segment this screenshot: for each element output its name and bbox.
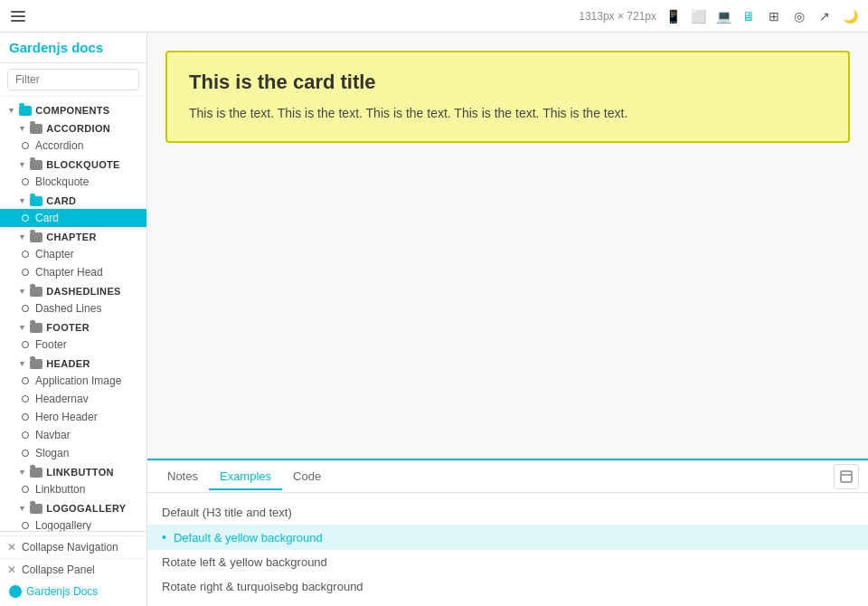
group-blockquote: ▼ BLOCKQUOTE Blockquote (0, 156, 146, 191)
section-components-header[interactable]: ▼ COMPONENTS (0, 102, 146, 118)
nav-item-footer[interactable]: Footer (0, 336, 146, 354)
chevron-dashedlines: ▼ (18, 287, 26, 296)
group-header-header[interactable]: ▼ HEADER (0, 355, 146, 372)
group-linkbutton-header[interactable]: ▼ LINKBUTTON (0, 464, 146, 480)
share-icon[interactable]: ◎ (790, 7, 808, 25)
nav-item-chapter-label: Chapter (35, 248, 74, 260)
laptop-icon[interactable]: 💻 (714, 7, 732, 25)
item-dot-dashed-lines (20, 303, 31, 314)
nav-item-accordion[interactable]: Accordion (0, 137, 146, 155)
accordion-folder-icon (30, 124, 42, 134)
chevron-logogallery: ▼ (18, 504, 26, 513)
tab-code[interactable]: Code (282, 464, 332, 490)
collapse-nav-button[interactable]: ✕ Collapse Navigation (0, 535, 146, 558)
item-dot-chapter-head (20, 267, 31, 278)
item-dot-accordion (20, 140, 31, 151)
filter-input[interactable] (7, 69, 139, 90)
brand-logo[interactable]: Gardenjs docs (9, 40, 137, 55)
theme-toggle-icon[interactable]: 🌙 (841, 7, 859, 25)
example-rotate-right-label: Rotate right & turquoisebg background (162, 580, 363, 593)
fullscreen-icon[interactable]: ⊞ (765, 7, 783, 25)
nav-item-headernav[interactable]: Headernav (0, 390, 146, 408)
content-area: This is the card title This is the text.… (147, 33, 868, 606)
chapter-folder-icon (30, 232, 42, 242)
group-card-label: CARD (46, 195, 76, 206)
nav-item-accordion-label: Accordion (35, 139, 83, 152)
header-folder-icon (30, 359, 42, 369)
panel-expand-icon[interactable] (834, 464, 859, 489)
svg-rect-0 (11, 11, 25, 13)
item-dot-hero-header (20, 412, 31, 422)
nav-item-chapter-head-label: Chapter Head (35, 266, 103, 279)
group-logogallery-header[interactable]: ▼ LOGOGALLERY (0, 500, 146, 516)
group-footer-label: FOOTER (46, 322, 90, 333)
nav-item-navbar-label: Navbar (35, 429, 71, 441)
desktop-icon[interactable]: 🖥 (740, 7, 758, 25)
topbar: 1313px × 721px 📱 ⬜ 💻 🖥 ⊞ ◎ ↗ 🌙 (0, 0, 868, 33)
group-accordion-header[interactable]: ▼ ACCORDION (0, 120, 146, 137)
nav-item-dashed-lines-label: Dashed Lines (35, 302, 101, 315)
nav-item-slogan[interactable]: Slogan (0, 444, 146, 462)
external-link-icon[interactable]: ↗ (816, 7, 834, 25)
nav-item-chapter-head[interactable]: Chapter Head (0, 263, 146, 281)
group-dashedlines-header[interactable]: ▼ DASHEDLINES (0, 283, 146, 299)
sidebar: Gardenjs docs ▼ COMPONENTS ▼ ACCORDION (0, 33, 147, 606)
dimensions-label: 1313px × 721px (579, 10, 656, 23)
logogallery-folder-icon (30, 504, 42, 514)
group-accordion: ▼ ACCORDION Accordion (0, 120, 146, 155)
tab-notes[interactable]: Notes (156, 464, 209, 490)
nav-item-dashed-lines[interactable]: Dashed Lines (0, 299, 146, 317)
mobile-icon[interactable]: 📱 (664, 7, 682, 25)
collapse-nav-icon: ✕ (7, 541, 16, 554)
group-chapter-header[interactable]: ▼ CHAPTER (0, 229, 146, 245)
examples-panel: Default (H3 title and text) • Default & … (147, 493, 868, 606)
nav-item-slogan-label: Slogan (35, 447, 69, 459)
components-folder-icon (19, 106, 32, 116)
nav-item-blockquote-label: Blockquote (35, 175, 89, 188)
tablet-icon[interactable]: ⬜ (689, 7, 707, 25)
tab-examples[interactable]: Examples (209, 464, 282, 490)
sidebar-footer: ✕ Collapse Navigation ✕ Collapse Panel G… (0, 531, 146, 606)
group-blockquote-header[interactable]: ▼ BLOCKQUOTE (0, 156, 146, 173)
nav-item-blockquote[interactable]: Blockquote (0, 173, 146, 191)
sidebar-toggle-icon[interactable] (9, 7, 27, 25)
blockquote-folder-icon (30, 160, 42, 170)
group-card-header[interactable]: ▼ CARD (0, 193, 146, 209)
chevron-footer: ▼ (18, 323, 26, 332)
section-components-label: COMPONENTS (35, 105, 109, 116)
group-footer-header[interactable]: ▼ FOOTER (0, 319, 146, 336)
nav-item-linkbutton-label: Linkbutton (35, 483, 85, 496)
tab-bar: Notes Examples Code (147, 460, 868, 493)
nav-item-navbar[interactable]: Navbar (0, 426, 146, 444)
collapse-panel-label: Collapse Panel (22, 563, 95, 576)
example-default-yellow[interactable]: • Default & yellow background (147, 525, 868, 550)
nav-item-chapter[interactable]: Chapter (0, 245, 146, 263)
nav-item-linkbutton[interactable]: Linkbutton (0, 480, 146, 498)
example-default-label: Default (H3 title and text) (162, 506, 292, 519)
nav-item-logogallery[interactable]: Logogallery (0, 516, 146, 531)
nav-item-application-image[interactable]: Application Image (0, 372, 146, 390)
group-blockquote-label: BLOCKQUOTE (46, 159, 120, 170)
nav-item-hero-header-label: Hero Header (35, 411, 98, 423)
topbar-right: 1313px × 721px 📱 ⬜ 💻 🖥 ⊞ ◎ ↗ 🌙 (579, 7, 859, 25)
linkbutton-folder-icon (30, 468, 42, 478)
example-rotate-right[interactable]: Rotate right & turquoisebg background (147, 574, 868, 599)
item-dot-application-image (20, 375, 31, 386)
item-dot-slogan (20, 448, 31, 459)
example-default[interactable]: Default (H3 title and text) (147, 500, 868, 525)
group-linkbutton: ▼ LINKBUTTON Linkbutton (0, 464, 146, 498)
group-logogallery: ▼ LOGOGALLERY Logogallery (0, 500, 146, 531)
nav-item-hero-header[interactable]: Hero Header (0, 408, 146, 426)
chevron-chapter: ▼ (18, 232, 26, 241)
main-layout: Gardenjs docs ▼ COMPONENTS ▼ ACCORDION (0, 33, 868, 606)
preview-area: This is the card title This is the text.… (147, 33, 868, 459)
item-dot-chapter (20, 249, 31, 260)
group-accordion-label: ACCORDION (46, 123, 110, 134)
sidebar-nav: ▼ COMPONENTS ▼ ACCORDION Accordion (0, 97, 146, 531)
example-default-yellow-label: Default & yellow background (174, 531, 323, 544)
example-rotate-left[interactable]: Rotate left & yellow background (147, 550, 868, 574)
chevron-blockquote: ▼ (18, 160, 26, 169)
collapse-panel-button[interactable]: ✕ Collapse Panel (0, 558, 146, 581)
svg-rect-2 (11, 20, 25, 22)
nav-item-card[interactable]: Card (0, 209, 146, 227)
